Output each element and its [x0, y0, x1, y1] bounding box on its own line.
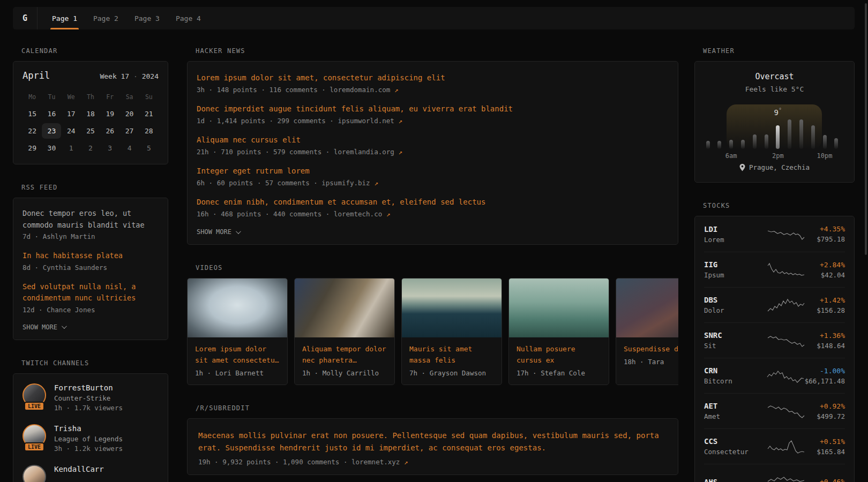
avatar[interactable]: LIVE — [23, 383, 46, 407]
hackernews-item-title[interactable]: Aliquam nec cursus elit — [197, 135, 669, 145]
stock-symbol: SNRC — [704, 331, 767, 340]
stock-symbol: AET — [704, 402, 767, 410]
page-scrollbar-thumb[interactable] — [865, 3, 867, 255]
stock-row[interactable]: SNRCSit+1.36%$148.64 — [704, 322, 845, 358]
external-link-icon: ↗ — [386, 210, 391, 218]
hackernews-item-title[interactable]: Integer eget rutrum lorem — [197, 166, 669, 176]
twitch-channel-row[interactable]: LIVEForrestBurtonCounter-Strike1h · 1.7k… — [23, 383, 159, 412]
stock-row[interactable]: IIGIpsum+2.84%$42.04 — [704, 252, 845, 287]
video-meta: 1h · Molly Carrillo — [302, 369, 387, 377]
external-link-icon: ↗ — [398, 117, 402, 125]
rss-widget-title: RSS FEED — [21, 184, 168, 191]
video-title[interactable]: Nullam posuere cursus ex — [517, 343, 601, 366]
tab-page-3[interactable]: Page 3 — [133, 7, 161, 29]
twitch-channel-row[interactable]: KendallCarr — [23, 465, 159, 482]
hackernews-item-title[interactable]: Lorem ipsum dolor sit amet, consectetur … — [197, 73, 669, 82]
stock-symbol: CCS — [704, 437, 767, 446]
video-title[interactable]: Aliquam tempor dolor nec pharetra… — [302, 343, 387, 366]
calendar-grid: 1516171819202122232425262728293012345 — [23, 105, 159, 156]
stock-price: $156.28 — [805, 306, 845, 314]
twitch-channel-name[interactable]: ForrestBurton — [54, 383, 123, 392]
stock-change: +1.42% — [805, 296, 845, 304]
rss-item-meta: 12d · Chance Jones — [23, 306, 159, 314]
stock-name: Lorem — [704, 236, 767, 244]
twitch-channel-name[interactable]: Trisha — [54, 424, 123, 433]
calendar-day-header: Sa — [119, 93, 139, 101]
video-title[interactable]: Mauris sit amet massa felis — [409, 343, 494, 366]
middle-column: HACKER NEWS Lorem ipsum dolor sit amet, … — [187, 47, 678, 475]
rss-item-title[interactable]: In hac habitasse platea — [23, 250, 159, 262]
video-thumbnail-sea-boat-wake[interactable] — [402, 278, 502, 337]
calendar-day: 25 — [81, 122, 100, 139]
stock-row[interactable]: AETAmet+0.92%$499.72 — [704, 393, 845, 428]
rss-item: Donec tempor eros leo, ut commodo mauris… — [23, 208, 159, 240]
weather-location[interactable]: Prague, Czechia — [695, 163, 854, 171]
location-pin-icon — [739, 164, 745, 171]
stock-sparkline — [767, 474, 805, 482]
twitch-channel-row[interactable]: LIVETrishaLeague of Legends3h · 1.2k vie… — [23, 424, 159, 453]
twitch-channel-game: Counter-Strike — [54, 394, 123, 402]
avatar[interactable] — [23, 465, 46, 482]
calendar-day: 3 — [100, 139, 119, 156]
calendar-day-header: We — [62, 93, 81, 101]
video-meta: 1h · Lori Barnett — [195, 369, 280, 377]
weather-hourly-chart: 9°6am2pm10pm — [695, 101, 854, 149]
video-meta: 7h · Grayson Dawson — [409, 369, 494, 377]
stock-row[interactable]: LDILorem+4.35%$795.18 — [704, 216, 845, 252]
video-title[interactable]: Lorem ipsum dolor sit amet consectetu… — [195, 343, 280, 366]
stock-symbol: DBS — [704, 296, 767, 304]
stock-sparkline — [767, 403, 805, 419]
rss-item: Sed volutpat nulla nisl, a condimentum n… — [23, 281, 159, 314]
video-thumbnail-dark-silhouette[interactable] — [616, 278, 678, 337]
avatar[interactable]: LIVE — [23, 424, 46, 448]
stock-name: Ipsum — [704, 271, 767, 279]
calendar-day-header: Fr — [100, 93, 119, 101]
weather-bar — [799, 119, 803, 149]
hackernews-item-title[interactable]: Donec enim nibh, condimentum et accumsan… — [197, 197, 669, 207]
stock-price: $42.04 — [805, 271, 845, 279]
weather-current-temp: 9° — [774, 107, 782, 117]
video-thumbnail-hands-holding-camera[interactable] — [295, 278, 394, 337]
calendar-week-year: Week 17 · 2024 — [100, 72, 159, 80]
stocks-widget: STOCKS LDILorem+4.35%$795.18IIGIpsum+2.8… — [694, 202, 855, 482]
subreddit-post-meta: 19h · 9,932 points · 1,090 comments · lo… — [198, 458, 667, 466]
video-title[interactable]: Suspendisse diam — [624, 343, 678, 355]
hackernews-item-meta: 3h · 148 points · 116 comments · loremdo… — [197, 86, 669, 94]
rss-item-title[interactable]: Sed volutpat nulla nisl, a condimentum n… — [23, 281, 159, 304]
stock-change: +0.51% — [805, 438, 845, 446]
twitch-channel-name[interactable]: KendallCarr — [54, 465, 104, 473]
rss-show-more-button[interactable]: SHOW MORE — [23, 323, 159, 331]
video-card-row: Lorem ipsum dolor sit amet consectetu…1h… — [187, 278, 678, 385]
app-logo[interactable]: G — [13, 7, 38, 29]
rss-item-title[interactable]: Donec tempor eros leo, ut commodo mauris… — [23, 208, 159, 231]
twitch-widget: TWITCH CHANNELS LIVEForrestBurtonCounter… — [13, 359, 168, 482]
videos-widget: VIDEOS Lorem ipsum dolor sit amet consec… — [187, 264, 678, 385]
hackernews-item-title[interactable]: Donec imperdiet augue tincidunt felis al… — [197, 104, 669, 114]
stock-sparkline — [767, 297, 805, 313]
tab-page-4[interactable]: Page 4 — [174, 7, 203, 29]
video-thumbnail-canoe-on-foggy-lake[interactable] — [509, 278, 609, 337]
left-column: CALENDAR April Week 17 · 2024 MoTuWeThFr… — [13, 47, 168, 482]
tab-page-2[interactable]: Page 2 — [92, 7, 120, 29]
hackernews-item: Lorem ipsum dolor sit amet, consectetur … — [197, 73, 669, 94]
twitch-channel-meta: 3h · 1.2k viewers — [54, 445, 123, 453]
stock-name: Sit — [704, 342, 767, 350]
weather-bar — [834, 138, 838, 149]
live-badge: LIVE — [24, 442, 44, 451]
stock-row[interactable]: CRNBitcorn-1.00%$66,171.48 — [704, 358, 845, 393]
weather-bar — [823, 135, 827, 149]
subreddit-post-title[interactable]: Maecenas mollis pulvinar erat non posuer… — [198, 430, 659, 454]
video-thumbnail-concrete-pillars-sky[interactable] — [188, 278, 287, 337]
calendar-day-header: Th — [81, 93, 100, 101]
stock-price: $795.18 — [805, 235, 845, 243]
top-navigation-bar: G Page 1Page 2Page 3Page 4 — [13, 7, 855, 29]
stock-change: +1.36% — [805, 332, 845, 340]
stock-row[interactable]: DBSDolor+1.42%$156.28 — [704, 287, 845, 322]
calendar-day: 17 — [62, 105, 81, 122]
tab-page-1[interactable]: Page 1 — [50, 7, 79, 29]
hackernews-show-more-button[interactable]: SHOW MORE — [197, 228, 669, 236]
calendar-day-selected: 23 — [42, 122, 61, 139]
stock-row[interactable]: AHS+0.46% — [704, 464, 845, 482]
stock-row[interactable]: CCSConsectetur+0.51%$165.84 — [704, 428, 845, 464]
calendar-day: 5 — [139, 139, 159, 156]
